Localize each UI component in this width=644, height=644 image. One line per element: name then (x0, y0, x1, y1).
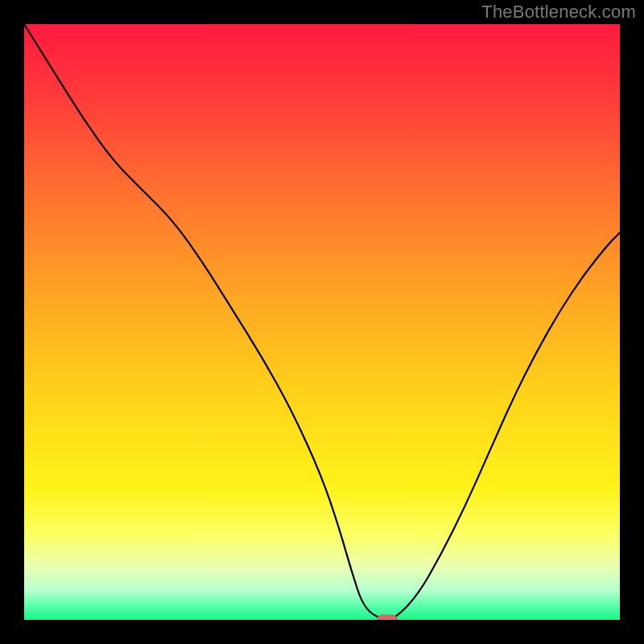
minimum-marker (377, 615, 398, 621)
chart-frame: TheBottleneck.com (0, 0, 644, 644)
plot-area (24, 24, 620, 620)
bottleneck-curve (24, 24, 620, 620)
watermark-text: TheBottleneck.com (481, 2, 636, 23)
